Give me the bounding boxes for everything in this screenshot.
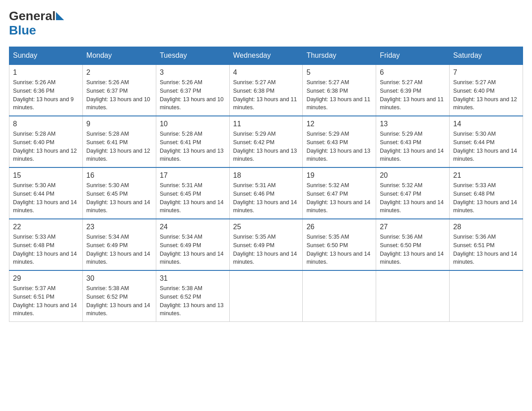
day-number: 29 bbox=[13, 274, 79, 283]
day-number: 9 bbox=[86, 120, 152, 128]
calendar-day-cell: 25Sunrise: 5:35 AMSunset: 6:49 PMDayligh… bbox=[229, 219, 303, 270]
day-info: Sunrise: 5:31 AMSunset: 6:45 PMDaylight:… bbox=[160, 181, 226, 215]
calendar-day-cell bbox=[450, 270, 523, 322]
day-number: 12 bbox=[306, 120, 372, 128]
calendar-day-cell: 29Sunrise: 5:37 AMSunset: 6:51 PMDayligh… bbox=[9, 270, 83, 322]
day-number: 19 bbox=[306, 171, 372, 180]
day-number: 3 bbox=[160, 68, 226, 77]
day-info: Sunrise: 5:37 AMSunset: 6:51 PMDaylight:… bbox=[13, 284, 79, 318]
calendar-day-cell: 8Sunrise: 5:28 AMSunset: 6:40 PMDaylight… bbox=[9, 116, 83, 167]
day-of-week-header: Sunday bbox=[9, 47, 83, 65]
day-info: Sunrise: 5:33 AMSunset: 6:48 PMDaylight:… bbox=[13, 233, 79, 266]
calendar-day-cell: 7Sunrise: 5:27 AMSunset: 6:40 PMDaylight… bbox=[450, 64, 523, 116]
day-of-week-header: Tuesday bbox=[156, 47, 229, 65]
calendar-day-cell: 17Sunrise: 5:31 AMSunset: 6:45 PMDayligh… bbox=[156, 167, 229, 219]
day-number: 26 bbox=[306, 223, 372, 231]
calendar-day-cell: 10Sunrise: 5:28 AMSunset: 6:41 PMDayligh… bbox=[156, 116, 229, 167]
calendar-day-cell: 1Sunrise: 5:26 AMSunset: 6:36 PMDaylight… bbox=[9, 64, 83, 116]
calendar-day-cell: 6Sunrise: 5:27 AMSunset: 6:39 PMDaylight… bbox=[376, 64, 450, 116]
day-number: 7 bbox=[453, 68, 519, 77]
calendar-day-cell: 14Sunrise: 5:30 AMSunset: 6:44 PMDayligh… bbox=[450, 116, 523, 167]
calendar-day-cell: 13Sunrise: 5:29 AMSunset: 6:43 PMDayligh… bbox=[376, 116, 450, 167]
calendar-day-cell: 15Sunrise: 5:30 AMSunset: 6:44 PMDayligh… bbox=[9, 167, 83, 219]
day-info: Sunrise: 5:32 AMSunset: 6:47 PMDaylight:… bbox=[306, 181, 372, 215]
day-of-week-header: Monday bbox=[82, 47, 156, 65]
day-number: 8 bbox=[13, 120, 79, 128]
day-of-week-header: Thursday bbox=[303, 47, 376, 65]
day-info: Sunrise: 5:33 AMSunset: 6:48 PMDaylight:… bbox=[453, 181, 519, 215]
calendar-day-cell: 5Sunrise: 5:27 AMSunset: 6:38 PMDaylight… bbox=[303, 64, 376, 116]
calendar-week-row: 1Sunrise: 5:26 AMSunset: 6:36 PMDaylight… bbox=[9, 64, 523, 116]
day-info: Sunrise: 5:28 AMSunset: 6:41 PMDaylight:… bbox=[86, 130, 152, 163]
day-info: Sunrise: 5:29 AMSunset: 6:42 PMDaylight:… bbox=[233, 130, 299, 163]
calendar-day-cell: 18Sunrise: 5:31 AMSunset: 6:46 PMDayligh… bbox=[229, 167, 303, 219]
day-number: 27 bbox=[380, 223, 446, 231]
day-info: Sunrise: 5:27 AMSunset: 6:40 PMDaylight:… bbox=[453, 78, 519, 112]
day-info: Sunrise: 5:38 AMSunset: 6:52 PMDaylight:… bbox=[160, 284, 226, 318]
day-info: Sunrise: 5:32 AMSunset: 6:47 PMDaylight:… bbox=[380, 181, 446, 215]
day-number: 30 bbox=[86, 274, 152, 283]
calendar-day-cell: 16Sunrise: 5:30 AMSunset: 6:45 PMDayligh… bbox=[82, 167, 156, 219]
day-number: 11 bbox=[233, 120, 299, 128]
calendar-day-cell: 9Sunrise: 5:28 AMSunset: 6:41 PMDaylight… bbox=[82, 116, 156, 167]
day-number: 21 bbox=[453, 171, 519, 180]
day-of-week-header: Wednesday bbox=[229, 47, 303, 65]
calendar-header-row: SundayMondayTuesdayWednesdayThursdayFrid… bbox=[9, 47, 523, 65]
calendar-day-cell bbox=[303, 270, 376, 322]
day-info: Sunrise: 5:34 AMSunset: 6:49 PMDaylight:… bbox=[86, 233, 152, 266]
day-info: Sunrise: 5:30 AMSunset: 6:45 PMDaylight:… bbox=[86, 181, 152, 215]
day-info: Sunrise: 5:28 AMSunset: 6:40 PMDaylight:… bbox=[13, 130, 79, 163]
day-info: Sunrise: 5:31 AMSunset: 6:46 PMDaylight:… bbox=[233, 181, 299, 215]
day-number: 17 bbox=[160, 171, 226, 180]
calendar-day-cell bbox=[376, 270, 450, 322]
calendar-day-cell: 3Sunrise: 5:26 AMSunset: 6:37 PMDaylight… bbox=[156, 64, 229, 116]
day-of-week-header: Friday bbox=[376, 47, 450, 65]
day-number: 6 bbox=[380, 68, 446, 77]
day-number: 10 bbox=[160, 120, 226, 128]
day-number: 15 bbox=[13, 171, 79, 180]
day-info: Sunrise: 5:27 AMSunset: 6:39 PMDaylight:… bbox=[380, 78, 446, 112]
day-info: Sunrise: 5:36 AMSunset: 6:50 PMDaylight:… bbox=[380, 233, 446, 266]
calendar-week-row: 29Sunrise: 5:37 AMSunset: 6:51 PMDayligh… bbox=[9, 270, 523, 322]
day-number: 24 bbox=[160, 223, 226, 231]
day-info: Sunrise: 5:36 AMSunset: 6:51 PMDaylight:… bbox=[453, 233, 519, 266]
day-number: 14 bbox=[453, 120, 519, 128]
day-info: Sunrise: 5:26 AMSunset: 6:36 PMDaylight:… bbox=[13, 78, 79, 112]
calendar-day-cell: 30Sunrise: 5:38 AMSunset: 6:52 PMDayligh… bbox=[82, 270, 156, 322]
calendar-day-cell: 23Sunrise: 5:34 AMSunset: 6:49 PMDayligh… bbox=[82, 219, 156, 270]
day-number: 25 bbox=[233, 223, 299, 231]
calendar-day-cell: 2Sunrise: 5:26 AMSunset: 6:37 PMDaylight… bbox=[82, 64, 156, 116]
calendar-day-cell: 22Sunrise: 5:33 AMSunset: 6:48 PMDayligh… bbox=[9, 219, 83, 270]
day-number: 5 bbox=[306, 68, 372, 77]
calendar-day-cell: 27Sunrise: 5:36 AMSunset: 6:50 PMDayligh… bbox=[376, 219, 450, 270]
day-info: Sunrise: 5:34 AMSunset: 6:49 PMDaylight:… bbox=[160, 233, 226, 266]
day-number: 2 bbox=[86, 68, 152, 77]
day-number: 31 bbox=[160, 274, 226, 283]
calendar-table: SundayMondayTuesdayWednesdayThursdayFrid… bbox=[9, 47, 523, 322]
day-info: Sunrise: 5:27 AMSunset: 6:38 PMDaylight:… bbox=[306, 78, 372, 112]
day-of-week-header: Saturday bbox=[450, 47, 523, 65]
logo-general: General bbox=[9, 9, 56, 23]
calendar-week-row: 22Sunrise: 5:33 AMSunset: 6:48 PMDayligh… bbox=[9, 219, 523, 270]
logo-triangle-icon bbox=[56, 12, 64, 20]
calendar-day-cell bbox=[229, 270, 303, 322]
calendar-week-row: 8Sunrise: 5:28 AMSunset: 6:40 PMDaylight… bbox=[9, 116, 523, 167]
day-number: 22 bbox=[13, 223, 79, 231]
calendar-day-cell: 28Sunrise: 5:36 AMSunset: 6:51 PMDayligh… bbox=[450, 219, 523, 270]
day-number: 4 bbox=[233, 68, 299, 77]
calendar-day-cell: 26Sunrise: 5:35 AMSunset: 6:50 PMDayligh… bbox=[303, 219, 376, 270]
day-number: 1 bbox=[13, 68, 79, 77]
day-number: 16 bbox=[86, 171, 152, 180]
day-info: Sunrise: 5:28 AMSunset: 6:41 PMDaylight:… bbox=[160, 130, 226, 163]
calendar-week-row: 15Sunrise: 5:30 AMSunset: 6:44 PMDayligh… bbox=[9, 167, 523, 219]
calendar-day-cell: 31Sunrise: 5:38 AMSunset: 6:52 PMDayligh… bbox=[156, 270, 229, 322]
day-number: 18 bbox=[233, 171, 299, 180]
day-info: Sunrise: 5:26 AMSunset: 6:37 PMDaylight:… bbox=[86, 78, 152, 112]
logo-blue: Blue bbox=[9, 23, 36, 38]
day-info: Sunrise: 5:27 AMSunset: 6:38 PMDaylight:… bbox=[233, 78, 299, 112]
page-header: General Blue bbox=[9, 9, 523, 38]
calendar-day-cell: 24Sunrise: 5:34 AMSunset: 6:49 PMDayligh… bbox=[156, 219, 229, 270]
day-number: 28 bbox=[453, 223, 519, 231]
calendar-day-cell: 4Sunrise: 5:27 AMSunset: 6:38 PMDaylight… bbox=[229, 64, 303, 116]
day-info: Sunrise: 5:26 AMSunset: 6:37 PMDaylight:… bbox=[160, 78, 226, 112]
